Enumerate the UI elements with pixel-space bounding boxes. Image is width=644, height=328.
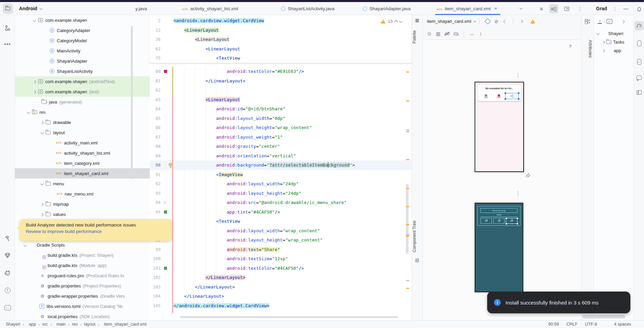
tree-row[interactable]: ShayariAdapter xyxy=(15,56,150,66)
tree-row[interactable]: local.properties (SDK Location) xyxy=(15,311,150,320)
code-line[interactable]: 105 </androidx.cardview.widget.CardView> xyxy=(150,301,412,311)
tree-row[interactable]: build.gradle.kts (Project: Shayeri) xyxy=(15,250,150,260)
code-line[interactable]: 97 android:layout_width="wrap_content" xyxy=(150,226,412,236)
layout-variants-button[interactable]: ▥ xyxy=(434,29,443,38)
tree-row[interactable]: CategoryModel xyxy=(15,35,150,46)
notifications-button[interactable] xyxy=(634,5,644,14)
sticky-code-line[interactable]: 13 <LinearLayout xyxy=(150,26,412,35)
terminal-button[interactable]: ›_ xyxy=(2,302,13,313)
breadcrumb-item[interactable]: › src xyxy=(38,322,48,327)
code-line[interactable]: 95 app:tint="#4CAF50"/> xyxy=(150,207,412,217)
orientation-button[interactable]: ⊘ xyxy=(492,17,501,26)
design-warning-button[interactable] xyxy=(528,17,537,26)
tree-chevron-icon[interactable] xyxy=(33,89,36,94)
blueprint-preview-device[interactable]: TextView View xyxy=(475,203,523,292)
code-line[interactable]: 91 <ImageView xyxy=(150,170,412,179)
design-help-button[interactable]: ? xyxy=(569,44,572,49)
tree-row[interactable]: nav_menu.xml xyxy=(15,189,150,199)
code-line[interactable]: 98 android:layout_height="wrap_content" xyxy=(150,235,412,245)
component-tree-icon[interactable]: ▤ xyxy=(415,257,419,263)
tree-chevron-icon[interactable] xyxy=(41,181,43,186)
vertical-arrow-button[interactable]: ↕ xyxy=(476,29,485,38)
code-line[interactable]: 88 android:gravity="center" xyxy=(150,142,412,151)
tab-overflow-chevron-icon[interactable] xyxy=(519,6,523,10)
forward-chevron-button[interactable] xyxy=(517,17,526,26)
tree-row[interactable]: activity_shayari_list.xml xyxy=(15,148,150,158)
editor-tab[interactable]: activity_shayari_list.xml xyxy=(182,2,238,15)
install-notification-toast[interactable]: i Install successfully finished in 3 s 6… xyxy=(487,292,630,313)
design-surface-button[interactable] xyxy=(483,17,492,26)
status-widget[interactable]: 4 spaces xyxy=(612,322,631,327)
code-line[interactable]: 99 android:text="Share" xyxy=(150,245,412,254)
sticky-code-line[interactable]: 2 <androidx.cardview.widget.CardView xyxy=(150,16,412,26)
next-warning-chevron-icon[interactable] xyxy=(399,19,403,23)
breadcrumb-item[interactable]: › layout xyxy=(80,322,96,327)
code-line[interactable]: 86 android:layout_height="wrap_content" xyxy=(150,123,412,132)
status-widget[interactable]: CRLF xyxy=(566,322,578,327)
code-line[interactable]: 94 android:src="@android:drawable/ic_men… xyxy=(150,198,412,207)
tree-chevron-icon[interactable] xyxy=(33,18,36,23)
attributes-strip-label[interactable]: Attributes xyxy=(581,30,593,67)
tree-chevron-icon[interactable] xyxy=(33,79,36,84)
tree-chevron-icon[interactable] xyxy=(27,110,30,115)
editor-tab[interactable]: item_shayari_card.xml × xyxy=(436,2,497,15)
tree-scrollbar[interactable] xyxy=(131,26,133,179)
tree-chevron-icon[interactable] xyxy=(602,40,605,45)
tree-row[interactable]: item_shayari_card.xml xyxy=(15,168,150,178)
tree-row[interactable]: ShayariListActivity xyxy=(15,66,150,76)
tree-row[interactable]: MainActivity xyxy=(15,46,150,56)
code-lines[interactable]: 80 android:textColor="#E91E63"/> 81 </Li… xyxy=(150,67,412,310)
code-line[interactable]: 101 android:textColor="#4CAF50"/> xyxy=(150,264,412,273)
code-line[interactable]: 102 </LinearLayout> xyxy=(150,273,412,282)
tree-chevron-icon[interactable] xyxy=(24,243,26,248)
gradle-toolbar-more-chevron-icon[interactable] xyxy=(622,20,625,23)
preview-mode-button[interactable] xyxy=(562,4,571,13)
code-line[interactable]: 103 </LinearLayout> xyxy=(150,282,412,292)
sticky-code-line[interactable]: 36 <LinearLayout xyxy=(150,35,412,44)
tree-row[interactable]: java (generated) xyxy=(15,97,150,107)
breadcrumb-item[interactable]: › app xyxy=(22,322,36,327)
editor-scrollbar[interactable] xyxy=(406,184,409,254)
color-preview-chip[interactable] xyxy=(164,210,167,214)
breadcrumb-item[interactable]: › res xyxy=(68,322,78,327)
gradle-tree-row[interactable]: Tasks xyxy=(594,38,633,46)
assistant-button[interactable] xyxy=(634,73,644,82)
tree-row[interactable]: com.example.shayeri (test) xyxy=(15,87,150,97)
code-line[interactable]: 96 <TextView xyxy=(150,217,412,226)
tree-chevron-icon[interactable] xyxy=(41,130,43,135)
tree-chevron-icon[interactable] xyxy=(597,31,599,36)
tree-row[interactable]: menu xyxy=(15,178,150,189)
tree-row[interactable]: layout xyxy=(15,127,150,138)
component-tree-strip-label[interactable]: Component Tree xyxy=(412,216,423,257)
app-quality-insights-button[interactable] xyxy=(2,250,13,261)
code-line[interactable]: 89 android:orientation="vertical" xyxy=(150,151,412,161)
tree-row[interactable]: proguard-rules.pro (ProGuard Rules fo xyxy=(15,270,150,281)
code-line[interactable]: 93 android:layout_height="24dp" xyxy=(150,189,412,198)
tree-row[interactable]: gradle.properties (Project Properties) xyxy=(15,281,150,291)
code-line[interactable]: 82 xyxy=(150,85,412,95)
status-widget[interactable]: UTF-8 xyxy=(585,322,597,327)
hide-panel-button[interactable]: — xyxy=(623,5,628,11)
code-line[interactable]: 81 </LinearLayout> xyxy=(150,76,412,86)
palette-icon[interactable]: ▦ xyxy=(415,18,419,23)
gradle-tool-button[interactable] xyxy=(634,21,644,30)
toggle-constraints-button[interactable]: |Q| xyxy=(451,29,460,38)
horizontal-arrow-button[interactable]: ↔ xyxy=(467,29,476,38)
build-button[interactable] xyxy=(2,233,13,244)
tree-row[interactable]: Gradle Scripts xyxy=(15,240,150,250)
tree-row[interactable]: drawable xyxy=(15,117,150,127)
gradle-panel-options-button[interactable]: ⋮ xyxy=(610,4,620,13)
breadcrumb-item[interactable]: › item_shayari_card.xml xyxy=(98,322,146,327)
tree-row[interactable]: mipmap xyxy=(15,199,150,209)
share-button-selected[interactable] xyxy=(505,93,519,99)
inspection-widget[interactable]: 13 xyxy=(381,18,402,25)
editor-tab[interactable]: ShayariAdapter.java xyxy=(363,2,411,15)
tree-row[interactable]: gradle-wrapper.properties (Gradle Vers xyxy=(15,291,150,301)
color-preview-chip[interactable] xyxy=(164,267,167,270)
editor-more-options-button[interactable]: ⋮ xyxy=(576,4,585,13)
device-manager-button[interactable] xyxy=(634,39,644,48)
breadcrumb-item[interactable]: Shayeri xyxy=(3,322,20,327)
panel-horizontal-scrollbar[interactable] xyxy=(582,315,625,318)
gutter-icon[interactable] xyxy=(163,198,167,207)
code-line[interactable]: 80 android:textColor="#E91E63"/> xyxy=(150,67,412,76)
